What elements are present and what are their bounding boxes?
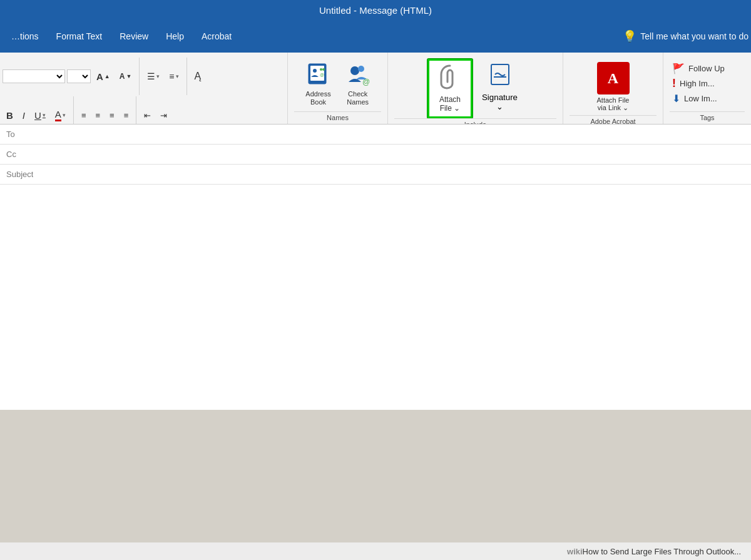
- ribbon: A ▲ A ▼ ☰ ▾ ≡ ▾ Ą: [0, 53, 751, 125]
- separator-1: [139, 58, 140, 95]
- justify-btn[interactable]: ≡: [120, 109, 133, 122]
- cc-field-row: Cc: [0, 145, 751, 165]
- names-section: @ AddressBook @ CheckNames: [288, 53, 388, 124]
- wiki-text: wiki: [567, 547, 583, 556]
- to-label: To: [6, 130, 31, 139]
- subject-field-row: Subject: [0, 165, 751, 185]
- search-label: Tell me what you want to do: [640, 31, 748, 41]
- clear-formatting-btn[interactable]: Ą: [191, 69, 205, 84]
- align-center-icon: ≡: [95, 111, 100, 120]
- svg-text:@: @: [320, 73, 324, 77]
- address-book-btn[interactable]: @ AddressBook: [300, 59, 336, 109]
- signature-icon: [489, 62, 511, 91]
- decrease-font-btn[interactable]: A ▼: [116, 70, 136, 83]
- clear-formatting-icon: Ą: [195, 71, 202, 82]
- menu-format-text[interactable]: Format Text: [48, 28, 111, 45]
- svg-point-7: [358, 66, 364, 72]
- italic-btn[interactable]: I: [19, 108, 29, 123]
- email-body[interactable]: [0, 185, 751, 410]
- tags-section: 🚩 Follow Up ! High Im... ⬇ Low Im... Tag…: [663, 53, 751, 124]
- follow-up-flag-icon: 🚩: [672, 63, 685, 74]
- names-label: Names: [294, 111, 381, 124]
- follow-up-tag[interactable]: 🚩 Follow Up: [670, 61, 745, 76]
- low-importance-tag[interactable]: ⬇ Low Im...: [670, 91, 745, 106]
- high-importance-icon: !: [672, 77, 676, 90]
- signature-label: Signature⌄: [482, 93, 518, 111]
- align-center-btn[interactable]: ≡: [91, 109, 104, 122]
- to-field-row: To: [0, 125, 751, 145]
- italic-icon: I: [23, 110, 25, 121]
- search-lightbulb-icon: 💡: [623, 29, 636, 43]
- menu-bar: …tions Format Text Review Help Acrobat 💡…: [0, 20, 751, 53]
- include-section: AttachFile ⌄ Signature⌄ Include: [388, 53, 563, 124]
- ordered-list-btn[interactable]: ≡ ▾: [165, 69, 182, 83]
- check-names-icon: @: [346, 62, 370, 89]
- bullet-list-btn[interactable]: ☰ ▾: [143, 69, 163, 83]
- increase-indent-icon: ⇥: [160, 111, 167, 120]
- include-label: Include: [394, 118, 556, 125]
- subject-label: Subject: [6, 170, 33, 179]
- align-right-btn[interactable]: ≡: [106, 109, 118, 122]
- align-right-icon: ≡: [110, 111, 115, 120]
- adobe-acrobat-section: A Attach Filevia Link ⌄ Adobe Acrobat: [563, 53, 663, 124]
- bold-btn[interactable]: B: [3, 108, 17, 123]
- how-text: How to Send Large Files Through Outlook.…: [583, 547, 741, 556]
- increase-font-btn[interactable]: A ▲: [93, 69, 114, 84]
- cc-input[interactable]: [31, 146, 745, 163]
- low-importance-label: Low Im...: [684, 94, 717, 103]
- low-importance-icon: ⬇: [672, 93, 680, 104]
- svg-text:@: @: [362, 78, 370, 86]
- increase-font-icon: A: [96, 71, 103, 82]
- svg-point-2: [313, 69, 317, 73]
- adobe-acrobat-icon: A: [597, 62, 630, 94]
- decrease-indent-icon: ⇤: [144, 111, 151, 120]
- attach-file-label: AttachFile ⌄: [439, 95, 461, 113]
- email-compose-area: To Cc Subject: [0, 125, 751, 410]
- font-color-btn[interactable]: A ▾: [51, 107, 69, 123]
- watermark-bar: wiki How to Send Large Files Through Out…: [0, 542, 751, 560]
- to-input[interactable]: [31, 126, 745, 143]
- tags-label: Tags: [670, 111, 745, 124]
- decrease-font-icon: A: [120, 72, 125, 81]
- svg-point-3: [320, 68, 322, 71]
- subject-input[interactable]: [33, 166, 745, 183]
- menu-options[interactable]: …tions: [3, 28, 48, 45]
- cc-label: Cc: [6, 150, 31, 159]
- align-left-icon: ≡: [81, 111, 86, 120]
- bullet-list-icon: ☰: [147, 71, 155, 81]
- font-name-selector[interactable]: [3, 69, 65, 83]
- underline-btn[interactable]: U ▾: [31, 108, 49, 123]
- menu-help[interactable]: Help: [157, 28, 193, 45]
- follow-up-label: Follow Up: [688, 64, 725, 73]
- adobe-acrobat-label: Adobe Acrobat: [570, 115, 656, 125]
- attach-via-link-btn[interactable]: A Attach Filevia Link ⌄: [591, 59, 635, 115]
- menu-review[interactable]: Review: [111, 28, 157, 45]
- high-importance-tag[interactable]: ! High Im...: [670, 76, 745, 91]
- underline-icon: U: [34, 110, 41, 121]
- svg-point-6: [350, 66, 359, 75]
- high-importance-label: High Im...: [680, 79, 715, 88]
- separator-2: [186, 58, 187, 95]
- decrease-indent-btn[interactable]: ⇤: [140, 109, 155, 122]
- attach-file-icon: [439, 64, 461, 94]
- svg-point-4: [322, 68, 325, 71]
- signature-btn[interactable]: Signature⌄: [476, 59, 523, 115]
- address-book-icon: @: [306, 62, 330, 89]
- attach-via-link-label: Attach Filevia Link ⌄: [597, 96, 630, 112]
- menu-acrobat[interactable]: Acrobat: [193, 28, 240, 45]
- bold-icon: B: [6, 110, 13, 121]
- basic-text-section: A ▲ A ▼ ☰ ▾ ≡ ▾ Ą: [0, 53, 288, 124]
- ordered-list-icon: ≡: [169, 71, 174, 81]
- increase-indent-btn[interactable]: ⇥: [156, 109, 171, 122]
- search-area: 💡 Tell me what you want to do: [623, 29, 748, 43]
- attach-file-btn[interactable]: AttachFile ⌄: [427, 59, 473, 118]
- justify-icon: ≡: [124, 111, 129, 120]
- check-names-btn[interactable]: @ CheckNames: [340, 59, 376, 109]
- font-color-icon: A: [55, 109, 61, 121]
- title-bar: Untitled - Message (HTML): [0, 0, 751, 20]
- align-left-btn[interactable]: ≡: [78, 109, 90, 122]
- separator-4: [136, 96, 136, 125]
- address-book-label: AddressBook: [305, 90, 330, 106]
- font-size-selector[interactable]: [67, 69, 91, 83]
- check-names-label: CheckNames: [347, 90, 369, 106]
